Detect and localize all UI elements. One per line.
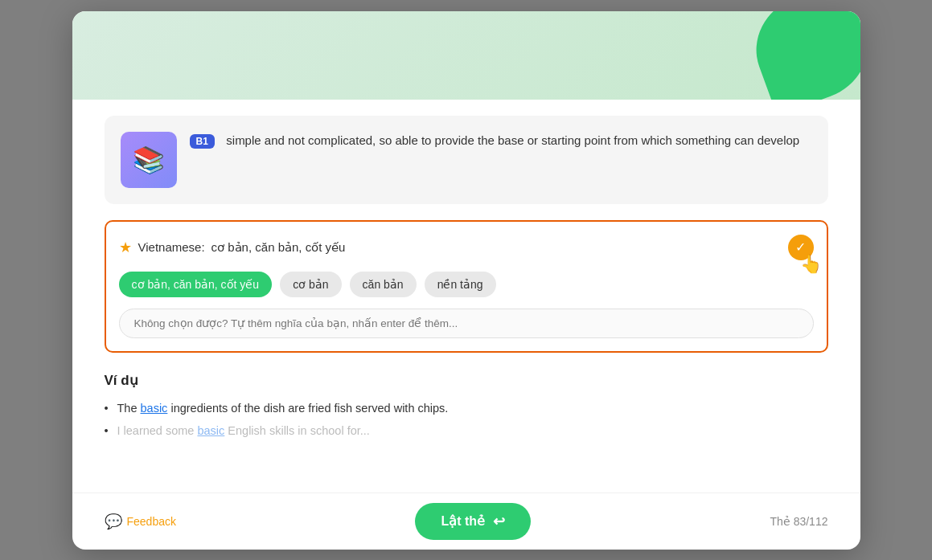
custom-meaning-input[interactable] [119, 309, 814, 338]
definition-text: simple and not complicated, so able to p… [226, 133, 799, 147]
check-button[interactable]: ✓ [788, 235, 814, 260]
card-counter: Thẻ 83/112 [770, 515, 827, 528]
viet-translation: cơ bản, căn bản, cốt yếu [211, 240, 346, 255]
example-item-1: The basic ingredients of the dish are fr… [105, 399, 828, 419]
definition-content: B1 simple and not complicated, so able t… [190, 132, 812, 150]
leaf-green-icon [741, 11, 860, 100]
example-item-2: I learned some basic English skills in s… [105, 421, 828, 441]
vietnamese-section: ★ Vietnamese: cơ bản, căn bản, cốt yếu ✓… [105, 220, 828, 353]
feedback-icon: 💬 [105, 513, 122, 530]
level-badge: B1 [190, 134, 215, 149]
chips-row: cơ bản, căn bản, cốt yếu cơ bản căn bản … [119, 272, 814, 297]
modal-header [72, 11, 860, 100]
flip-card-button[interactable]: Lật thẻ ↩ [415, 503, 531, 540]
viet-label: ★ Vietnamese: cơ bản, căn bản, cốt yếu [119, 239, 346, 256]
modal: 📚 B1 simple and not complicated, so able… [72, 11, 860, 550]
viet-label-text: Vietnamese: [138, 240, 205, 254]
viet-header: ★ Vietnamese: cơ bản, căn bản, cốt yếu ✓… [119, 235, 814, 260]
flip-label: Lật thẻ [441, 513, 485, 529]
star-icon: ★ [119, 239, 132, 256]
chip-option-3[interactable]: nền tảng [425, 272, 496, 297]
feedback-label: Feedback [127, 515, 176, 528]
book-icon: 📚 [121, 132, 177, 188]
header-decoration [700, 11, 860, 100]
feedback-button[interactable]: 💬 Feedback [105, 513, 176, 530]
chip-selected[interactable]: cơ bản, căn bản, cốt yếu [119, 272, 273, 297]
check-icon: ✓ [795, 239, 806, 255]
example-title: Ví dụ [105, 372, 828, 389]
chip-option-2[interactable]: căn bản [350, 272, 417, 297]
basic-link-2[interactable]: basic [197, 424, 224, 437]
chip-option-1[interactable]: cơ bản [280, 272, 341, 297]
modal-body: 📚 B1 simple and not complicated, so able… [72, 100, 860, 493]
definition-card: 📚 B1 simple and not complicated, so able… [105, 116, 828, 204]
flip-arrow-icon: ↩ [493, 513, 505, 530]
example-section: Ví dụ The basic ingredients of the dish … [105, 372, 828, 441]
basic-link-1[interactable]: basic [141, 402, 168, 415]
bottom-bar: 💬 Feedback Lật thẻ ↩ Thẻ 83/112 [72, 493, 860, 550]
